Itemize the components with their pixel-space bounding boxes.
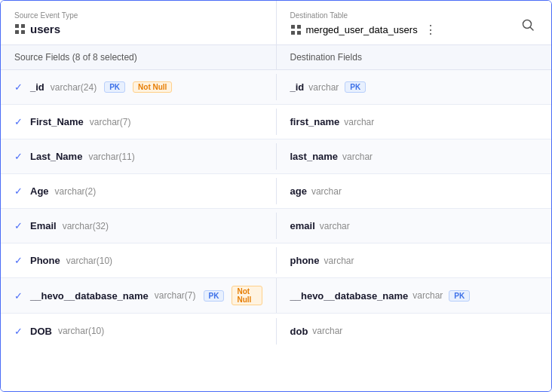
table-row: ✓Agevarchar(2)agevarchar bbox=[1, 174, 551, 209]
grid-icon-source bbox=[14, 23, 26, 35]
check-icon: ✓ bbox=[14, 116, 23, 127]
dest-pk-badge: PK bbox=[449, 290, 470, 302]
dest-cell: phonevarchar bbox=[277, 247, 552, 274]
header: Source Event Type users Destination Tabl… bbox=[1, 1, 551, 45]
source-cell: ✓Agevarchar(2) bbox=[1, 178, 277, 204]
svg-rect-0 bbox=[15, 24, 19, 28]
dest-header: Destination Table merged_user_data_users… bbox=[277, 1, 552, 44]
dest-name-row: merged_user_data_users ⋮ bbox=[290, 23, 439, 37]
dest-field-type: varchar bbox=[320, 221, 350, 231]
pk-badge: PK bbox=[204, 290, 225, 302]
source-name-text: users bbox=[30, 23, 60, 35]
dest-field-type: varchar bbox=[311, 186, 342, 197]
source-field-name: DOB bbox=[30, 326, 52, 337]
svg-point-8 bbox=[523, 20, 532, 29]
dest-cell: last_namevarchar bbox=[277, 143, 552, 170]
notnull-badge: Not Null bbox=[232, 286, 262, 305]
svg-rect-4 bbox=[291, 25, 295, 29]
table-row: ✓DOBvarchar(10)dobvarchar bbox=[1, 314, 551, 348]
dest-header-content: Destination Table merged_user_data_users… bbox=[290, 11, 439, 37]
dest-col-header: Destination Fields bbox=[277, 45, 552, 69]
dest-field-name: __hevo__database_name bbox=[290, 290, 409, 302]
source-cell: ✓Phonevarchar(10) bbox=[1, 247, 277, 274]
source-field-type: varchar(7) bbox=[90, 117, 131, 127]
dest-name-text: merged_user_data_users bbox=[306, 24, 418, 35]
dest-field-name: email bbox=[290, 220, 315, 231]
svg-rect-6 bbox=[291, 31, 295, 35]
dest-field-type: varchar bbox=[342, 152, 373, 162]
source-label: Source Event Type bbox=[14, 11, 262, 20]
source-cell: ✓First_Namevarchar(7) bbox=[1, 109, 277, 135]
svg-rect-7 bbox=[297, 31, 301, 35]
rows-container: ✓_idvarchar(24)PKNot Null_idvarcharPK✓Fi… bbox=[1, 70, 551, 348]
table-row: ✓Emailvarchar(32)emailvarchar bbox=[1, 209, 551, 243]
source-field-name: Last_Name bbox=[30, 151, 82, 162]
check-icon: ✓ bbox=[14, 326, 23, 337]
dest-field-name: _id bbox=[290, 81, 305, 93]
table-row: ✓Last_Namevarchar(11)last_namevarchar bbox=[1, 139, 551, 174]
source-field-type: varchar(10) bbox=[66, 256, 112, 266]
source-field-name: __hevo__database_name bbox=[30, 290, 149, 302]
check-icon: ✓ bbox=[14, 290, 23, 302]
check-icon: ✓ bbox=[14, 255, 23, 266]
source-cell: ✓DOBvarchar(10) bbox=[1, 318, 277, 345]
mapping-panel: Source Event Type users Destination Tabl… bbox=[0, 0, 552, 392]
source-field-type: varchar(11) bbox=[88, 152, 134, 162]
table-row: ✓_idvarchar(24)PKNot Null_idvarcharPK bbox=[1, 70, 551, 105]
grid-icon-dest bbox=[290, 24, 302, 35]
source-field-type: varchar(24) bbox=[51, 82, 97, 93]
check-icon: ✓ bbox=[14, 185, 23, 197]
svg-rect-5 bbox=[297, 25, 301, 29]
dest-field-type: varchar bbox=[308, 82, 339, 93]
svg-rect-3 bbox=[21, 30, 25, 34]
dest-field-type: varchar bbox=[412, 290, 443, 301]
dest-cell: __hevo__database_namevarcharPK bbox=[277, 283, 552, 309]
dest-label: Destination Table bbox=[290, 11, 439, 20]
dest-cell: emailvarchar bbox=[277, 213, 552, 239]
dest-field-type: varchar bbox=[312, 326, 342, 336]
check-icon: ✓ bbox=[14, 220, 23, 231]
dest-field-name: age bbox=[290, 185, 307, 197]
source-field-name: Email bbox=[30, 220, 57, 231]
table-row: ✓First_Namevarchar(7)first_namevarchar bbox=[1, 105, 551, 139]
mapping-table: Source Fields (8 of 8 selected) Destinat… bbox=[1, 45, 551, 391]
source-field-name: _id bbox=[30, 81, 44, 93]
table-row: ✓__hevo__database_namevarchar(7)PKNot Nu… bbox=[1, 278, 551, 314]
table-row: ✓Phonevarchar(10)phonevarchar bbox=[1, 243, 551, 278]
svg-rect-1 bbox=[21, 24, 25, 28]
source-field-type: varchar(7) bbox=[155, 290, 196, 301]
source-cell: ✓Emailvarchar(32) bbox=[1, 213, 277, 239]
source-field-type: varchar(10) bbox=[58, 326, 104, 336]
source-field-type: varchar(32) bbox=[63, 221, 109, 231]
source-cell: ✓_idvarchar(24)PKNot Null bbox=[1, 74, 277, 100]
dest-field-name: first_name bbox=[290, 116, 340, 127]
dest-field-type: varchar bbox=[324, 256, 354, 266]
source-field-name: Age bbox=[30, 185, 49, 197]
dest-cell: dobvarchar bbox=[277, 318, 552, 345]
dest-field-name: phone bbox=[290, 255, 320, 266]
dest-cell: first_namevarchar bbox=[277, 109, 552, 135]
source-col-header: Source Fields (8 of 8 selected) bbox=[1, 45, 277, 69]
dest-cell: agevarchar bbox=[277, 178, 552, 204]
svg-rect-2 bbox=[15, 30, 19, 34]
source-field-name: Phone bbox=[30, 255, 60, 266]
dest-pk-badge: PK bbox=[345, 81, 366, 93]
dest-options-button[interactable]: ⋮ bbox=[422, 23, 439, 37]
column-headers: Source Fields (8 of 8 selected) Destinat… bbox=[1, 45, 551, 70]
source-field-type: varchar(2) bbox=[55, 186, 97, 197]
svg-line-9 bbox=[531, 28, 534, 31]
search-button[interactable] bbox=[518, 17, 538, 37]
check-icon: ✓ bbox=[14, 81, 23, 93]
source-table-name: users bbox=[14, 23, 262, 35]
dest-field-name: dob bbox=[290, 326, 308, 337]
source-cell: ✓Last_Namevarchar(11) bbox=[1, 143, 277, 170]
notnull-badge: Not Null bbox=[133, 81, 172, 93]
dest-field-type: varchar bbox=[344, 117, 374, 127]
source-cell: ✓__hevo__database_namevarchar(7)PKNot Nu… bbox=[1, 278, 277, 313]
source-header: Source Event Type users bbox=[1, 1, 277, 44]
source-field-name: First_Name bbox=[30, 116, 84, 127]
dest-cell: _idvarcharPK bbox=[277, 74, 552, 100]
pk-badge: PK bbox=[104, 81, 125, 93]
dest-field-name: last_name bbox=[290, 151, 339, 162]
check-icon: ✓ bbox=[14, 151, 23, 162]
